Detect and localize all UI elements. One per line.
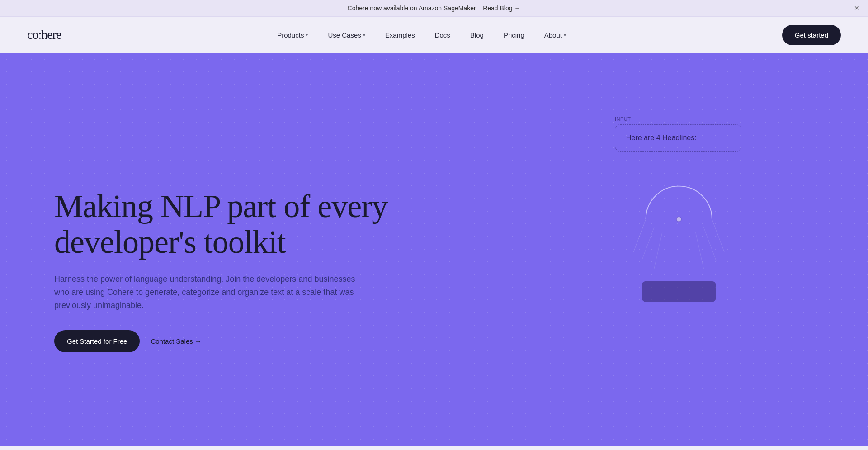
logo[interactable]: co:here <box>27 28 61 42</box>
announcement-banner: Cohere now available on Amazon SageMaker… <box>0 0 868 17</box>
nav-item-blog[interactable]: Blog <box>462 28 492 43</box>
nav-menu: Products ▾ Use Cases ▾ Examples Docs Blo… <box>269 28 574 43</box>
hero-subtitle: Harness the power of language understand… <box>54 273 371 312</box>
svg-point-1 <box>676 217 681 222</box>
svg-line-7 <box>704 227 716 261</box>
banner-close-button[interactable]: × <box>854 4 859 12</box>
svg-line-3 <box>633 219 646 252</box>
hero-title: Making NLP part of every developer's too… <box>54 189 407 260</box>
banner-text[interactable]: Cohere now available on Amazon SageMaker… <box>348 5 521 12</box>
demo-input-box: Here are 4 Headlines: <box>615 124 741 152</box>
hero-demo-visual: Input Here are 4 Headlines: <box>588 116 778 306</box>
svg-line-8 <box>695 232 703 269</box>
svg-line-4 <box>642 227 654 261</box>
neural-network-diagram <box>615 170 760 314</box>
svg-line-6 <box>712 219 724 252</box>
chevron-down-icon: ▾ <box>363 33 365 38</box>
logo-text: co:here <box>27 28 61 42</box>
contact-sales-link[interactable]: Contact Sales → <box>151 337 202 345</box>
get-started-button[interactable]: Get started <box>782 25 841 45</box>
input-label: Input <box>615 116 760 122</box>
demo-input-text: Here are 4 Headlines: <box>626 134 697 142</box>
svg-line-5 <box>654 232 662 269</box>
nav-item-docs[interactable]: Docs <box>427 28 458 43</box>
chevron-down-icon: ▾ <box>564 33 566 38</box>
chevron-down-icon: ▾ <box>306 33 308 38</box>
get-started-free-button[interactable]: Get Started for Free <box>54 330 140 352</box>
hero-content: Making NLP part of every developer's too… <box>54 89 407 352</box>
nav-item-pricing[interactable]: Pricing <box>495 28 533 43</box>
nav-item-use-cases[interactable]: Use Cases ▾ <box>320 28 373 43</box>
nav-item-examples[interactable]: Examples <box>377 28 423 43</box>
hero-buttons: Get Started for Free Contact Sales → <box>54 330 407 352</box>
navbar: co:here Products ▾ Use Cases ▾ Examples … <box>0 17 868 53</box>
hero-section: Making NLP part of every developer's too… <box>0 53 868 446</box>
svg-rect-9 <box>642 281 716 302</box>
nav-item-products[interactable]: Products ▾ <box>269 28 316 43</box>
nav-item-about[interactable]: About ▾ <box>536 28 574 43</box>
